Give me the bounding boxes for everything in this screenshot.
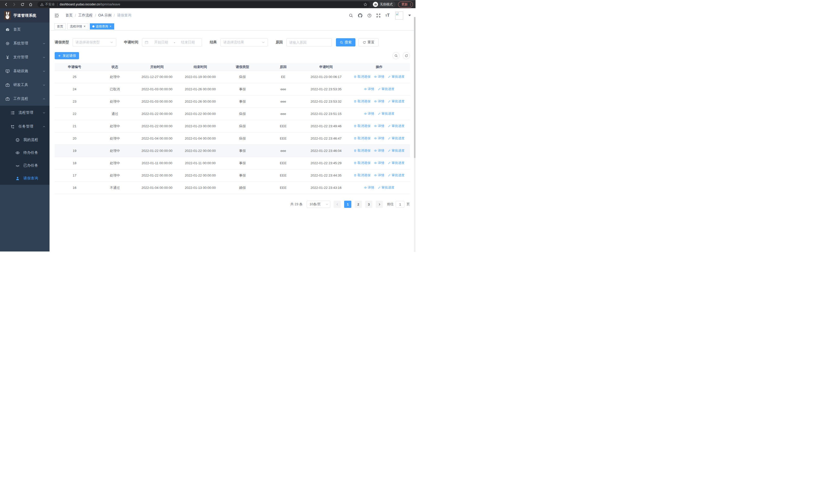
sidebar-item-dev-tools[interactable]: 研发工具 — [0, 78, 50, 92]
detail-link[interactable]: 详情 — [374, 161, 384, 165]
approval-progress-link[interactable]: 审批进度 — [378, 87, 395, 91]
browser-update-button[interactable]: 更新 — [398, 2, 413, 7]
next-page-button[interactable] — [376, 201, 383, 208]
leave-type-select[interactable]: 请选择请假类型 — [73, 38, 116, 47]
reason-input[interactable] — [286, 38, 332, 47]
end-date-placeholder[interactable]: 结束日期 — [177, 40, 199, 45]
cell-status: 已取消 — [94, 87, 135, 92]
github-icon[interactable] — [358, 13, 363, 18]
close-tab-icon[interactable]: × — [109, 25, 112, 28]
page-size-select[interactable]: 10条/页 — [307, 201, 330, 208]
page-button-1[interactable]: 1 — [344, 201, 351, 208]
trash-icon — [354, 149, 357, 152]
detail-link[interactable]: 详情 — [374, 136, 384, 141]
toggle-search-button[interactable] — [393, 52, 400, 59]
create-leave-button[interactable]: 发起请假 — [55, 52, 79, 59]
sidebar-item-infrastructure[interactable]: 基础设施 — [0, 64, 50, 78]
url-bar[interactable]: 不安全 dashboard.yudao.iocoder.cn/bpm/oa/le… — [37, 2, 370, 7]
result-select[interactable]: 请选择流结果 — [221, 38, 268, 47]
tab-leave-query[interactable]: 请假查询× — [90, 23, 114, 30]
breadcrumb-separator: / — [75, 13, 76, 18]
cancel-leave-link[interactable]: 取消请假 — [354, 149, 370, 153]
approval-progress-link[interactable]: 审批进度 — [388, 173, 404, 178]
table-row: 21处理中2022-01-22 00:00:002022-01-23 00:00… — [55, 120, 410, 132]
apply-time-range-input[interactable]: 开始日期 - 结束日期 — [142, 38, 202, 47]
cancel-leave-link[interactable]: 取消请假 — [354, 99, 370, 104]
cancel-leave-link[interactable]: 取消请假 — [354, 75, 370, 79]
cell-leave-type: 病假 — [222, 75, 263, 79]
scrollbar-thumb[interactable] — [414, 17, 416, 158]
cell-leave-type: 事假 — [222, 173, 263, 178]
window-scrollbar[interactable] — [414, 17, 416, 252]
avatar[interactable] — [395, 11, 403, 20]
page-button-3[interactable]: 3 — [365, 201, 372, 208]
sidebar-item-leave-query[interactable]: 请假查询 — [0, 172, 50, 185]
approval-progress-link[interactable]: 审批进度 — [388, 124, 404, 128]
cancel-leave-link[interactable]: 取消请假 — [354, 124, 370, 128]
cell-reason: EEE — [263, 186, 304, 190]
browser-back-button[interactable] — [3, 1, 9, 8]
cell-start-time: 2022-01-22 00:00:00 — [135, 112, 179, 116]
detail-link[interactable]: 详情 — [364, 185, 374, 190]
cell-reason: EEE — [263, 124, 304, 128]
sidebar-item-todo-tasks[interactable]: 待办任务 — [0, 146, 50, 159]
browser-forward-button[interactable] — [11, 1, 18, 8]
detail-link[interactable]: 详情 — [374, 75, 384, 79]
cell-id: 24 — [55, 87, 94, 91]
sidebar-collapse-icon[interactable] — [54, 13, 59, 18]
approval-progress-link[interactable]: 审批进度 — [388, 149, 404, 153]
approval-progress-link[interactable]: 审批进度 — [388, 136, 404, 141]
approval-progress-link[interactable]: 审批进度 — [388, 75, 404, 79]
sidebar-item-process-mgmt[interactable]: 流程管理 — [0, 106, 50, 120]
approval-progress-link[interactable]: 审批进度 — [388, 161, 404, 165]
trash-icon — [354, 161, 357, 165]
sidebar-item-system-mgmt[interactable]: 系统管理 — [0, 36, 50, 50]
help-icon[interactable] — [367, 13, 372, 18]
tab-home[interactable]: 首页 — [54, 23, 66, 30]
start-date-placeholder[interactable]: 开始日期 — [150, 40, 172, 45]
prev-page-button[interactable] — [334, 201, 341, 208]
detail-link[interactable]: 详情 — [374, 124, 384, 128]
cancel-leave-link[interactable]: 取消请假 — [354, 161, 370, 165]
search-button[interactable]: 搜索 — [336, 38, 355, 47]
bookmark-star-icon[interactable] — [364, 3, 367, 6]
approval-progress-link[interactable]: 审批进度 — [378, 185, 395, 190]
chevron-left-icon — [336, 203, 339, 206]
cell-id: 20 — [55, 137, 94, 140]
browser-home-button[interactable] — [27, 1, 34, 8]
font-size-icon[interactable]: TT — [385, 13, 390, 18]
fullscreen-icon[interactable] — [376, 13, 381, 18]
goto-page-input[interactable] — [396, 201, 404, 208]
tab-process-detail[interactable]: 流程详情× — [67, 23, 88, 30]
header-search-icon[interactable] — [349, 13, 353, 18]
page-button-2[interactable]: 2 — [355, 201, 362, 208]
avatar-caret-down-icon[interactable] — [408, 14, 411, 16]
approval-progress-link[interactable]: 审批进度 — [388, 99, 404, 104]
close-tab-icon[interactable]: × — [83, 25, 86, 28]
detail-link[interactable]: 详情 — [374, 99, 384, 104]
browser-reload-button[interactable] — [19, 1, 26, 8]
breadcrumb: 首页/工作流程/OA 示例/请假查询 — [65, 13, 132, 18]
detail-link[interactable]: 详情 — [364, 112, 374, 116]
detail-link[interactable]: 详情 — [364, 87, 374, 91]
cancel-leave-link[interactable]: 取消请假 — [354, 173, 370, 178]
sidebar-item-done-tasks[interactable]: 已办任务 — [0, 159, 50, 172]
chevron-down-icon — [42, 83, 46, 87]
sidebar-item-payment-mgmt[interactable]: 支付管理 — [0, 50, 50, 64]
approval-progress-link[interactable]: 审批进度 — [378, 112, 395, 116]
reset-button[interactable]: 重置 — [359, 38, 378, 47]
refresh-table-button[interactable] — [403, 52, 410, 59]
cancel-leave-link[interactable]: 取消请假 — [354, 136, 370, 141]
sidebar-item-my-process[interactable]: 我的流程 — [0, 134, 50, 146]
table-row: 22通过2022-01-22 00:00:002022-01-22 00:00:… — [55, 108, 410, 120]
breadcrumb-item[interactable]: OA 示例 — [98, 13, 111, 18]
detail-link[interactable]: 详情 — [374, 173, 384, 178]
sidebar-item-workflow[interactable]: 工作流程 — [0, 92, 50, 106]
detail-link[interactable]: 详情 — [374, 149, 384, 153]
sidebar-item-home[interactable]: 首页 — [0, 23, 50, 36]
sidebar-item-task-mgmt[interactable]: 任务管理 — [0, 120, 50, 134]
breadcrumb-item[interactable]: 首页 — [65, 13, 73, 18]
pen-icon — [378, 88, 381, 91]
workflow-submenu: 流程管理任务管理我的流程待办任务已办任务请假查询 — [0, 106, 50, 185]
breadcrumb-item[interactable]: 工作流程 — [78, 13, 93, 18]
